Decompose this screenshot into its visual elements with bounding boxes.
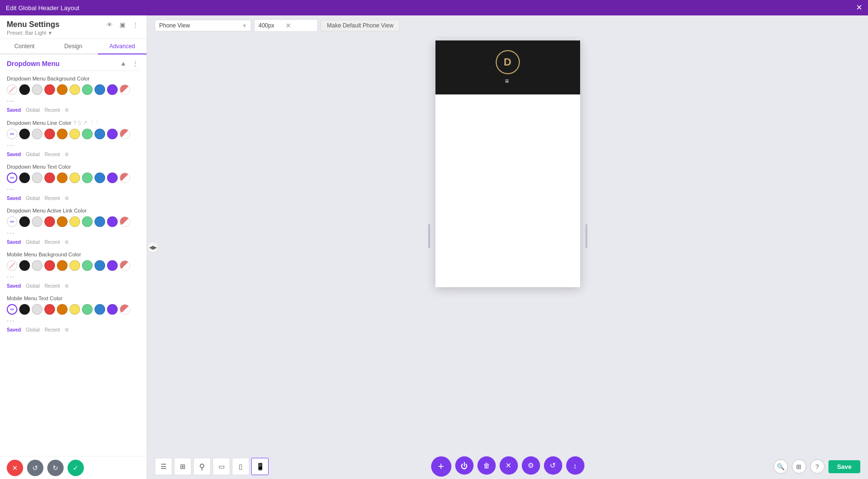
color-more-0[interactable]: ··· <box>7 97 14 106</box>
color-more-4[interactable]: ··· <box>7 273 14 281</box>
color-swatch-orange-2[interactable] <box>57 173 68 183</box>
color-swatch-white-4[interactable] <box>32 260 42 271</box>
tool-grid[interactable]: ⊞ <box>174 458 191 475</box>
save-button[interactable]: Save <box>828 460 860 473</box>
help-icon-btn[interactable]: ? <box>810 459 825 474</box>
color-swatch-custom-2[interactable] <box>120 173 130 183</box>
panel-confirm-btn[interactable]: ✓ <box>68 460 84 476</box>
px-clear-btn[interactable]: ✕ <box>285 22 291 29</box>
section-collapse-btn[interactable]: ▲ <box>119 59 128 67</box>
tool-close-btn[interactable]: ✕ <box>500 456 518 475</box>
tool-trash-btn[interactable]: 🗑 <box>477 456 496 475</box>
tool-monitor[interactable]: ▭ <box>213 458 230 475</box>
px-value-input[interactable] <box>258 22 283 29</box>
color-pencil-active[interactable]: ✏ <box>7 216 17 227</box>
color-swatch-orange-1[interactable] <box>57 129 68 139</box>
color-more-5[interactable]: ··· <box>7 317 14 325</box>
tool-phone[interactable]: 📱 <box>251 458 269 475</box>
color-swatch-green-3[interactable] <box>82 216 93 227</box>
color-swatch-white-1[interactable] <box>32 129 42 139</box>
color-swatch-white-0[interactable] <box>32 84 42 95</box>
tool-add-btn[interactable]: + <box>431 456 451 477</box>
default-view-btn[interactable]: Make Default Phone View <box>321 20 400 31</box>
color-more-1[interactable]: ··· <box>7 141 14 150</box>
gear-icon-5[interactable]: ⚙ <box>65 327 69 333</box>
tab-design[interactable]: Design <box>49 39 97 54</box>
color-swatch-blue-2[interactable] <box>95 173 105 183</box>
color-swatch-red-2[interactable] <box>44 173 55 183</box>
color-swatch-custom-0[interactable] <box>120 84 130 95</box>
tool-menu-list[interactable]: ☰ <box>155 458 172 475</box>
gear-icon-2[interactable]: ⚙ <box>65 196 69 201</box>
color-swatch-transparent-4[interactable] <box>7 260 17 271</box>
color-swatch-blue-1[interactable] <box>95 129 105 139</box>
color-swatch-black-1[interactable] <box>19 129 30 139</box>
color-swatch-custom-5[interactable] <box>120 304 130 315</box>
tab-advanced[interactable]: Advanced <box>98 39 147 54</box>
color-swatch-purple-1[interactable] <box>107 129 118 139</box>
color-swatch-yellow-1[interactable] <box>69 129 80 139</box>
color-swatch-white-2[interactable] <box>32 173 42 183</box>
tool-link[interactable]: ⚲ <box>193 458 211 475</box>
gear-icon-3[interactable]: ⚙ <box>65 240 69 245</box>
color-swatch-blue-0[interactable] <box>95 84 105 95</box>
layers-icon-btn[interactable]: ⊞ <box>792 459 806 474</box>
gear-icon-4[interactable]: ⚙ <box>65 283 69 289</box>
panel-icon-eye[interactable]: 👁 <box>105 21 114 29</box>
color-swatch-red-5[interactable] <box>44 304 55 315</box>
tool-tablet[interactable]: ▯ <box>232 458 249 475</box>
color-more-2[interactable]: ··· <box>7 185 14 194</box>
tablet-icon-line[interactable]: ▯ <box>78 120 81 126</box>
gear-icon-0[interactable]: ⚙ <box>65 107 69 113</box>
color-swatch-orange-3[interactable] <box>57 216 68 227</box>
color-swatch-green-5[interactable] <box>82 304 93 315</box>
panel-subtitle[interactable]: Preset: Bar Light ▼ <box>7 30 140 36</box>
color-pencil-line[interactable]: ✏ <box>7 129 17 139</box>
color-swatch-white-3[interactable] <box>32 216 42 227</box>
color-swatch-blue-3[interactable] <box>95 216 105 227</box>
toggle-panel-btn[interactable]: ◀▶ <box>147 241 159 253</box>
color-swatch-red-1[interactable] <box>44 129 55 139</box>
color-swatch-green-4[interactable] <box>82 260 93 271</box>
color-swatch-black-0[interactable] <box>19 84 30 95</box>
color-swatch-orange-0[interactable] <box>57 84 68 95</box>
color-swatch-custom-3[interactable] <box>120 216 130 227</box>
color-swatch-blue-5[interactable] <box>95 304 105 315</box>
color-swatch-black-4[interactable] <box>19 260 30 271</box>
color-swatch-red-3[interactable] <box>44 216 55 227</box>
tool-gear-btn[interactable]: ⚙ <box>522 456 540 475</box>
color-swatch-purple-5[interactable] <box>107 304 118 315</box>
color-swatch-black-2[interactable] <box>19 173 30 183</box>
tool-restore-btn[interactable]: ↺ <box>544 456 562 475</box>
color-swatch-black-5[interactable] <box>19 304 30 315</box>
color-swatch-red-4[interactable] <box>44 260 55 271</box>
color-swatch-purple-0[interactable] <box>107 84 118 95</box>
color-swatch-purple-4[interactable] <box>107 260 118 271</box>
color-swatch-yellow-2[interactable] <box>69 173 80 183</box>
resize-handle-right[interactable] <box>585 224 587 248</box>
color-swatch-orange-4[interactable] <box>57 260 68 271</box>
tool-expand-btn[interactable]: ↕ <box>566 456 584 475</box>
color-swatch-custom-4[interactable] <box>120 260 130 271</box>
color-swatch-yellow-0[interactable] <box>69 84 80 95</box>
color-swatch-black-3[interactable] <box>19 216 30 227</box>
more-icon-line[interactable]: ⋮⋮ <box>89 120 100 126</box>
section-menu-btn[interactable]: ⋮ <box>131 59 140 67</box>
px-extra-input[interactable] <box>294 22 313 29</box>
color-swatch-green-0[interactable] <box>82 84 93 95</box>
resize-handle-left[interactable] <box>428 224 430 248</box>
color-swatch-white-5[interactable] <box>32 304 42 315</box>
title-bar-close-button[interactable]: ✕ <box>856 4 862 12</box>
panel-icon-more[interactable]: ⋮ <box>131 21 140 29</box>
color-more-3[interactable]: ··· <box>7 229 14 238</box>
color-swatch-yellow-3[interactable] <box>69 216 80 227</box>
panel-undo-btn[interactable]: ↺ <box>27 460 43 476</box>
arrow-icon-line[interactable]: ↗ <box>83 120 87 126</box>
color-swatch-custom-1[interactable] <box>120 129 130 139</box>
view-select-box[interactable]: Phone View ▼ <box>155 20 251 31</box>
color-pencil-text[interactable]: ✏ <box>7 173 17 183</box>
color-swatch-purple-3[interactable] <box>107 216 118 227</box>
tab-content[interactable]: Content <box>0 39 49 54</box>
color-swatch-orange-5[interactable] <box>57 304 68 315</box>
color-swatch-green-2[interactable] <box>82 173 93 183</box>
